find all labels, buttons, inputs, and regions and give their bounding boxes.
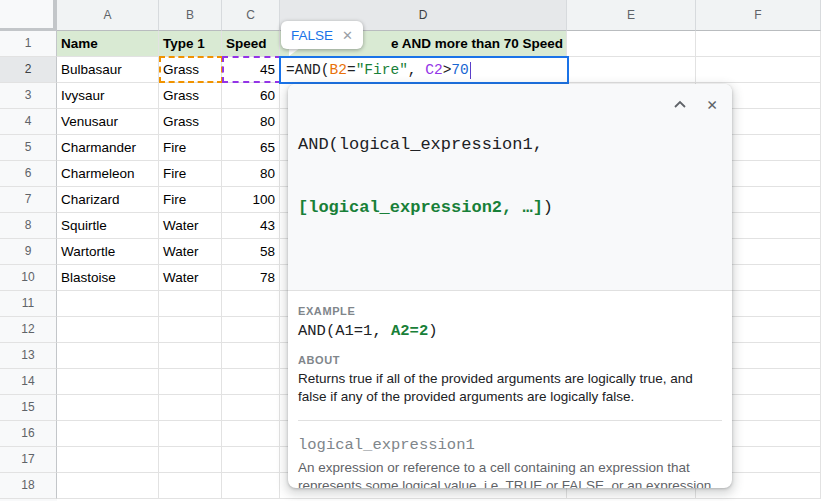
cell-B12[interactable]: [159, 317, 222, 343]
cell-B15[interactable]: [159, 395, 222, 421]
cell-A7[interactable]: Charizard: [57, 187, 159, 213]
spreadsheet-app: ABCDEF 123456789101112131415161718 NameT…: [0, 0, 821, 501]
row-header-11[interactable]: 11: [0, 291, 57, 317]
row-header-9[interactable]: 9: [0, 239, 57, 265]
cell-F2[interactable]: [696, 57, 821, 83]
example-label: EXAMPLE: [298, 305, 722, 317]
row-header-12[interactable]: 12: [0, 317, 57, 343]
collapse-chevron-icon[interactable]: [672, 97, 688, 113]
row-header-6[interactable]: 6: [0, 161, 57, 187]
cell-A12[interactable]: [57, 317, 159, 343]
formula-range-highlight-b2: [159, 56, 223, 83]
cell-A13[interactable]: [57, 343, 159, 369]
row-header-17[interactable]: 17: [0, 447, 57, 473]
cell-B11[interactable]: [159, 291, 222, 317]
param1-name: logical_expression1: [298, 436, 722, 454]
row-header-10[interactable]: 10: [0, 265, 57, 291]
cell-C7[interactable]: 100: [222, 187, 280, 213]
cell-A8[interactable]: Squirtle: [57, 213, 159, 239]
cell-F1[interactable]: [696, 31, 821, 57]
cell-B10[interactable]: Water: [159, 265, 222, 291]
cell-A3[interactable]: Ivysaur: [57, 83, 159, 109]
cell-C1[interactable]: Speed: [222, 31, 280, 57]
row-header-2[interactable]: 2: [0, 57, 57, 83]
cell-C4[interactable]: 80: [222, 109, 280, 135]
cell-B14[interactable]: [159, 369, 222, 395]
formula-token: "Fire": [356, 62, 408, 78]
chip-tail: [289, 48, 300, 56]
active-cell-d2-formula-input[interactable]: =AND(B2="Fire", C2>70: [279, 56, 569, 84]
row-header-4[interactable]: 4: [0, 109, 57, 135]
select-all-corner[interactable]: [0, 0, 57, 31]
cell-A18[interactable]: [57, 473, 159, 499]
cell-B8[interactable]: Water: [159, 213, 222, 239]
cell-E1[interactable]: [567, 31, 696, 57]
formula-token: ,: [408, 62, 425, 78]
row-header-14[interactable]: 14: [0, 369, 57, 395]
chip-close-icon[interactable]: ✕: [342, 28, 353, 43]
cell-C8[interactable]: 43: [222, 213, 280, 239]
row-header-13[interactable]: 13: [0, 343, 57, 369]
example-formula: AND(A1=1, A2=2): [298, 322, 722, 340]
cell-A2[interactable]: Bulbasaur: [57, 57, 159, 83]
syntax-line-1: AND(logical_expression1,: [298, 134, 662, 155]
column-header-E[interactable]: E: [567, 0, 696, 31]
formula-result-preview-chip: FALSE ✕: [281, 21, 363, 49]
cell-C13[interactable]: [222, 343, 280, 369]
cell-C3[interactable]: 60: [222, 83, 280, 109]
cell-A16[interactable]: [57, 421, 159, 447]
cell-C16[interactable]: [222, 421, 280, 447]
cell-C12[interactable]: [222, 317, 280, 343]
cell-B6[interactable]: Fire: [159, 161, 222, 187]
close-icon[interactable]: ✕: [704, 97, 720, 113]
cell-B9[interactable]: Water: [159, 239, 222, 265]
cell-C9[interactable]: 58: [222, 239, 280, 265]
row-header-15[interactable]: 15: [0, 395, 57, 421]
row-header-7[interactable]: 7: [0, 187, 57, 213]
column-header-B[interactable]: B: [159, 0, 222, 31]
cell-A6[interactable]: Charmeleon: [57, 161, 159, 187]
cell-C5[interactable]: 65: [222, 135, 280, 161]
cell-A15[interactable]: [57, 395, 159, 421]
cell-A1[interactable]: Name: [57, 31, 159, 57]
cell-A5[interactable]: Charmander: [57, 135, 159, 161]
cell-C17[interactable]: [222, 447, 280, 473]
cell-C14[interactable]: [222, 369, 280, 395]
syntax-line-2: [logical_expression2, …]): [298, 197, 662, 218]
cell-A11[interactable]: [57, 291, 159, 317]
cell-C15[interactable]: [222, 395, 280, 421]
column-header-F[interactable]: F: [696, 0, 821, 31]
cell-B17[interactable]: [159, 447, 222, 473]
cell-E2[interactable]: [567, 57, 696, 83]
cell-B16[interactable]: [159, 421, 222, 447]
about-label: ABOUT: [298, 354, 722, 366]
cell-A17[interactable]: [57, 447, 159, 473]
row-header-5[interactable]: 5: [0, 135, 57, 161]
row-header-18[interactable]: 18: [0, 473, 57, 499]
column-header-A[interactable]: A: [57, 0, 159, 31]
formula-token: B2: [330, 62, 347, 78]
cell-A14[interactable]: [57, 369, 159, 395]
param1-description: An expression or reference to a cell con…: [298, 459, 722, 488]
cell-B13[interactable]: [159, 343, 222, 369]
cell-B4[interactable]: Grass: [159, 109, 222, 135]
text-caret: [470, 62, 472, 79]
cell-A4[interactable]: Venusaur: [57, 109, 159, 135]
cell-A10[interactable]: Blastoise: [57, 265, 159, 291]
cell-B3[interactable]: Grass: [159, 83, 222, 109]
row-header-1[interactable]: 1: [0, 31, 57, 57]
row-header-8[interactable]: 8: [0, 213, 57, 239]
cell-C10[interactable]: 78: [222, 265, 280, 291]
function-syntax-header: AND(logical_expression1, [logical_expres…: [288, 84, 732, 291]
cell-C11[interactable]: [222, 291, 280, 317]
cell-C18[interactable]: [222, 473, 280, 499]
row-header-3[interactable]: 3: [0, 83, 57, 109]
cell-B1[interactable]: Type 1: [159, 31, 222, 57]
cell-B5[interactable]: Fire: [159, 135, 222, 161]
cell-A9[interactable]: Wartortle: [57, 239, 159, 265]
row-header-16[interactable]: 16: [0, 421, 57, 447]
cell-B7[interactable]: Fire: [159, 187, 222, 213]
column-header-C[interactable]: C: [222, 0, 280, 31]
cell-C6[interactable]: 80: [222, 161, 280, 187]
cell-B18[interactable]: [159, 473, 222, 499]
